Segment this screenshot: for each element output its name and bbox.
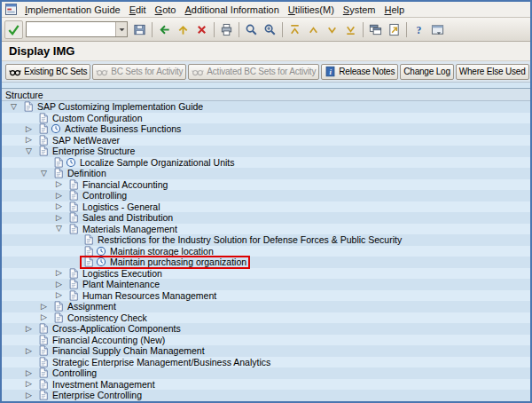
triangle-right-icon[interactable]: ▷	[22, 380, 35, 388]
tree-item-label: Financial Accounting	[82, 179, 168, 190]
menu-item-goto[interactable]: Goto	[151, 4, 181, 16]
next-page-icon	[325, 23, 339, 36]
toolbar-separator	[214, 22, 215, 37]
tree-item[interactable]: ▷Logistics Execution	[2, 268, 530, 280]
tree-item[interactable]: ▷Human Resources Management	[2, 290, 530, 302]
app-toolbar: Existing BC SetsBC Sets for ActivityActi…	[2, 61, 530, 83]
customize-layout-button[interactable]	[428, 20, 447, 39]
change-log-button[interactable]: Change Log	[400, 64, 454, 80]
tree-item[interactable]: Strategic Enterprise Management/Business…	[2, 357, 530, 368]
help-button[interactable]: ?	[410, 20, 428, 39]
tree-item[interactable]: Financial Accounting (New)	[2, 335, 530, 346]
triangle-right-icon[interactable]: ▷	[22, 325, 35, 333]
svg-text:?: ?	[417, 24, 422, 36]
triangle-right-icon[interactable]: ▷	[22, 391, 35, 399]
save-button[interactable]	[130, 20, 149, 39]
previous-page-button[interactable]	[304, 20, 323, 39]
tree-item[interactable]: ▷SAP NetWeaver	[2, 135, 530, 146]
where-else-used-button[interactable]: Where Else Used	[456, 64, 529, 80]
tree-item[interactable]: ▽Enterprise Structure	[2, 146, 530, 157]
menu-item-implementation-guide[interactable]: Implementation Guide	[20, 4, 125, 16]
tree-item[interactable]: ▷Cross-Application Components	[2, 323, 530, 335]
command-history-dropdown-icon[interactable]	[115, 22, 127, 36]
find-next-button[interactable]	[261, 20, 279, 39]
tree-item[interactable]: ▷Financial Accounting	[2, 179, 530, 191]
save-icon	[133, 23, 146, 36]
triangle-down-icon[interactable]: ▽	[52, 225, 66, 233]
first-page-icon	[288, 23, 301, 36]
tree-item[interactable]: ▷Enterprise Controlling	[2, 390, 530, 401]
tree-item-label: Controlling	[52, 367, 97, 378]
tree-item[interactable]: ▷Consistency Check	[2, 312, 530, 324]
menu-item-additional-information[interactable]: Additional Information	[180, 4, 283, 16]
tree-item[interactable]: Maintain storage location	[2, 246, 530, 257]
tree-item-content: Custom Configuration	[35, 113, 145, 124]
triangle-right-icon[interactable]: ▷	[22, 136, 35, 144]
triangle-down-icon[interactable]: ▽	[7, 103, 20, 111]
release-notes-button[interactable]: iRelease Notes	[321, 64, 398, 80]
tree-item[interactable]: ▷Plant Maintenance	[2, 279, 530, 290]
existing-bc-sets-button[interactable]: Existing BC Sets	[5, 64, 90, 80]
first-page-button[interactable]	[286, 20, 304, 39]
triangle-right-icon[interactable]: ▷	[37, 313, 51, 321]
tree-item[interactable]: ▷Controlling	[2, 367, 530, 379]
exit-button[interactable]	[174, 20, 192, 39]
triangle-right-icon[interactable]: ▷	[37, 303, 51, 311]
triangle-right-icon[interactable]: ▷	[52, 192, 66, 200]
triangle-right-icon[interactable]: ▷	[52, 214, 66, 222]
command-input[interactable]	[27, 22, 115, 36]
cancel-button[interactable]	[192, 20, 211, 39]
tree-item[interactable]: Maintain purchasing organization	[2, 257, 530, 268]
page-title: Display IMG	[9, 44, 74, 58]
tree-item-content: Controlling	[35, 367, 99, 379]
toolbar-separator	[406, 22, 407, 37]
title-bar: Display IMG	[2, 42, 530, 61]
find-button[interactable]	[242, 20, 261, 39]
menu-item-help[interactable]: Help	[380, 4, 410, 16]
tree-item[interactable]: ▷Activate Business Functions	[2, 123, 530, 135]
toolbar-separator	[239, 22, 239, 37]
next-page-button[interactable]	[323, 20, 341, 39]
triangle-right-icon[interactable]: ▷	[52, 269, 66, 277]
activated-bc-sets-for-activity-button[interactable]: Activated BC Sets for Activity	[188, 64, 319, 80]
triangle-down-icon[interactable]: ▽	[37, 170, 51, 178]
triangle-right-icon[interactable]: ▷	[22, 347, 35, 355]
triangle-right-icon[interactable]: ▷	[52, 180, 66, 188]
tree-item[interactable]: ▷Logistics - General	[2, 202, 530, 213]
menu-item-edit[interactable]: Edit	[125, 4, 151, 16]
tree-item[interactable]: ▽Materials Management	[2, 224, 530, 235]
tree-item-content: Controlling	[66, 190, 129, 202]
tree-item[interactable]: Custom Configuration	[2, 113, 530, 124]
tree-item[interactable]: ▽SAP Customizing Implementation Guide	[2, 101, 530, 113]
enter-button[interactable]	[4, 20, 23, 39]
tree-item[interactable]: Localize Sample Organizational Units	[2, 157, 530, 169]
triangle-down-icon[interactable]: ▽	[22, 147, 35, 155]
triangle-right-icon[interactable]: ▷	[52, 281, 66, 288]
triangle-right-icon[interactable]: ▷	[22, 369, 35, 377]
back-button[interactable]	[155, 20, 174, 39]
tree-item[interactable]: ▷Sales and Distribution	[2, 212, 530, 224]
tree-item[interactable]: ▷Assignment	[2, 301, 530, 312]
new-session-button[interactable]	[366, 20, 385, 39]
tree-item[interactable]: ▷Investment Management	[2, 379, 530, 391]
toolbar-separator	[152, 22, 153, 37]
tree-item[interactable]: Restrictions for the Industry Solution f…	[2, 234, 530, 246]
triangle-right-icon[interactable]: ▷	[52, 291, 66, 299]
menu-item-system[interactable]: System	[339, 4, 380, 16]
bc-sets-for-activity-button[interactable]: BC Sets for Activity	[92, 64, 186, 80]
menu-item-utilities-m[interactable]: Utilities(M)	[284, 4, 339, 16]
tree-item[interactable]: ▷Controlling	[2, 190, 530, 202]
tree-item[interactable]: ▷Financial Supply Chain Management	[2, 345, 530, 357]
triangle-right-icon[interactable]: ▷	[52, 202, 66, 210]
last-page-button[interactable]	[341, 20, 360, 39]
cancel-icon	[195, 23, 208, 36]
help-icon: ?	[412, 23, 426, 36]
tree-item-content: Materials Management	[66, 224, 180, 235]
create-shortcut-button[interactable]	[385, 20, 403, 39]
tree-item-content: Cross-Application Components	[35, 323, 184, 335]
tree-item[interactable]: ▽Definition	[2, 168, 530, 179]
triangle-right-icon[interactable]: ▷	[22, 125, 35, 133]
tree-item-content: Logistics Execution	[66, 268, 165, 280]
print-button[interactable]	[217, 20, 236, 39]
tree-item-label: Definition	[67, 168, 106, 178]
